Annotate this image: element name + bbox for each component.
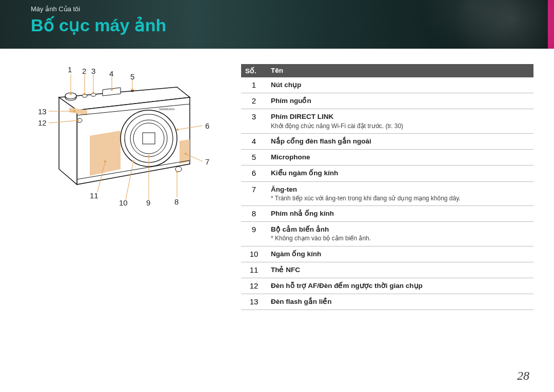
svg-point-40 [176, 129, 179, 131]
row-name: Thẻ NFC [267, 262, 533, 278]
row-number: 2 [241, 93, 267, 108]
row-number: 6 [241, 166, 267, 180]
callout-2: 2 [82, 67, 86, 75]
row-name: Ngàm ống kính [267, 246, 533, 262]
header-number: Số. [241, 64, 267, 77]
table-row: 12Đèn hỗ trợ AF/Đèn đếm ngược thời gian … [241, 278, 533, 294]
table-row: 4Nắp cổng đèn flash gắn ngoài [241, 134, 533, 150]
table-row: 10Ngàm ống kính [241, 246, 533, 262]
row-name-main: Đèn hỗ trợ AF/Đèn đếm ngược thời gian ch… [271, 281, 529, 291]
row-number: 4 [241, 134, 267, 149]
row-note: * Không chạm vào bộ cảm biến ảnh. [271, 234, 529, 242]
row-name: Ăng-ten* Tránh tiếp xúc với ăng-ten tron… [267, 182, 533, 205]
row-note: * Tránh tiếp xúc với ăng-ten trong khi đ… [271, 194, 529, 202]
table-header: Số. Tên [241, 64, 533, 77]
table-row: 11Thẻ NFC [241, 262, 533, 278]
svg-marker-3 [90, 131, 121, 176]
breadcrumb: Máy ảnh Của tôi [31, 5, 523, 13]
svg-marker-4 [180, 139, 190, 164]
row-number: 12 [241, 278, 267, 293]
row-name-main: Bộ cảm biến ảnh [271, 225, 529, 234]
svg-point-36 [84, 93, 86, 95]
row-name: Phím nguồn [267, 93, 533, 109]
svg-rect-12 [143, 133, 155, 144]
parts-table: Số. Tên 1Nút chụp2Phím nguồn3Phím DIRECT… [241, 64, 533, 310]
table-row: 8Phím nhả ống kính [241, 206, 533, 222]
page-number: 28 [517, 369, 529, 383]
svg-text:SAMSUNG: SAMSUNG [159, 108, 175, 111]
side-color-tab [548, 0, 554, 49]
camera-diagram: SAMSUNG [31, 64, 231, 218]
table-row: 5Microphone [241, 150, 533, 166]
svg-point-46 [77, 119, 79, 121]
callout-3: 3 [91, 67, 95, 75]
row-name-main: Kiểu ngàm ống kính [271, 169, 529, 178]
row-number: 10 [241, 246, 267, 261]
row-number: 8 [241, 206, 267, 221]
row-note: Khởi động chức năng Wi-Fi cài đặt trước.… [271, 122, 529, 130]
callout-5: 5 [130, 72, 134, 81]
row-name: Phím DIRECT LINKKhởi động chức năng Wi-F… [267, 109, 533, 133]
row-name-main: Nút chụp [271, 80, 529, 90]
callout-6: 6 [205, 121, 209, 130]
header-name: Tên [267, 64, 533, 77]
row-name-main: Microphone [271, 153, 529, 162]
row-number: 11 [241, 262, 267, 277]
row-name-main: Ngàm ống kính [271, 250, 529, 259]
svg-point-38 [111, 89, 113, 91]
table-row: 2Phím nguồn [241, 93, 533, 109]
svg-point-43 [148, 155, 150, 157]
row-name-main: Phím nguồn [271, 96, 529, 106]
row-name: Nút chụp [267, 77, 533, 93]
row-number: 1 [241, 77, 267, 92]
row-name-main: Ăng-ten [271, 185, 529, 194]
row-number: 13 [241, 294, 267, 309]
row-name-main: Đèn flash gắn liền [271, 297, 529, 306]
svg-point-37 [92, 92, 94, 94]
row-number: 5 [241, 150, 267, 164]
table-row: 7Ăng-ten* Tránh tiếp xúc với ăng-ten tro… [241, 182, 533, 206]
camera-illustration: SAMSUNG [31, 64, 231, 218]
table-row: 13Đèn flash gắn liền [241, 294, 533, 310]
row-name-main: Nắp cổng đèn flash gắn ngoài [271, 137, 529, 146]
row-name: Microphone [267, 150, 533, 165]
callout-1: 1 [68, 65, 72, 74]
svg-point-39 [131, 89, 133, 91]
table-row: 1Nút chụp [241, 77, 533, 93]
svg-point-42 [176, 171, 178, 173]
callout-7: 7 [205, 157, 209, 166]
row-number: 3 [241, 109, 267, 124]
row-name: Đèn hỗ trợ AF/Đèn đếm ngược thời gian ch… [267, 278, 533, 294]
callout-10: 10 [119, 198, 128, 207]
svg-point-35 [70, 93, 72, 95]
row-number: 9 [241, 222, 267, 237]
svg-point-47 [73, 110, 75, 112]
svg-point-44 [132, 160, 134, 162]
svg-point-45 [104, 160, 106, 162]
callout-13: 13 [38, 107, 47, 116]
row-name: Bộ cảm biến ảnh* Không chạm vào bộ cảm b… [267, 222, 533, 245]
content-area: SAMSUNG [0, 49, 554, 310]
table-row: 9Bộ cảm biến ảnh* Không chạm vào bộ cảm … [241, 222, 533, 246]
row-name-main: Phím DIRECT LINK [271, 112, 529, 121]
row-name-main: Thẻ NFC [271, 265, 529, 275]
row-name: Phím nhả ống kính [267, 206, 533, 221]
callout-12: 12 [38, 118, 47, 127]
callout-9: 9 [146, 198, 150, 207]
svg-point-41 [185, 153, 187, 155]
table-row: 6Kiểu ngàm ống kính [241, 166, 533, 181]
page-header: Máy ảnh Của tôi Bố cục máy ảnh [0, 0, 554, 49]
page-title: Bố cục máy ảnh [31, 15, 523, 35]
row-name-main: Phím nhả ống kính [271, 209, 529, 218]
table-row: 3Phím DIRECT LINKKhởi động chức năng Wi-… [241, 109, 533, 133]
callout-4: 4 [109, 69, 113, 78]
row-number: 7 [241, 182, 267, 197]
callout-11: 11 [90, 191, 98, 200]
row-name: Nắp cổng đèn flash gắn ngoài [267, 134, 533, 149]
row-name: Kiểu ngàm ống kính [267, 166, 533, 181]
callout-8: 8 [174, 197, 179, 206]
row-name: Đèn flash gắn liền [267, 294, 533, 310]
